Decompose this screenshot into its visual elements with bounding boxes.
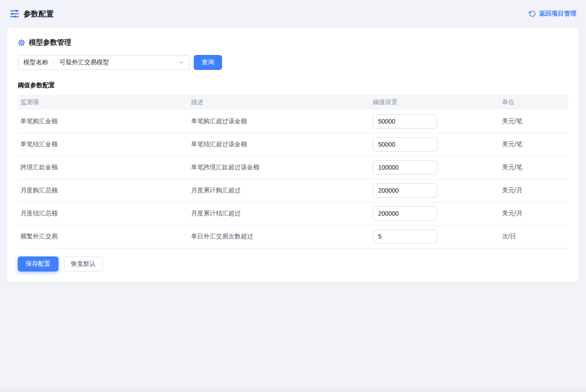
- threshold-cell: [370, 110, 500, 133]
- query-row: 模型名称 可疑外汇交易模型 查询: [18, 55, 568, 70]
- card-title-row: 模型参数管理: [18, 37, 568, 48]
- select-selected-value: 可疑外汇交易模型: [54, 58, 178, 66]
- select-prefix-label: 模型名称: [18, 58, 54, 66]
- model-params-card: 模型参数管理 模型名称 可疑外汇交易模型 查询 阈值参数配置 监测项 描述: [7, 27, 579, 282]
- unit-cell: 美元/月: [500, 202, 568, 225]
- footer-strip: [0, 388, 586, 392]
- unit-cell: 美元/月: [500, 179, 568, 202]
- threshold-cell: [370, 133, 500, 156]
- description-cell: 单笔跨境汇款超过该金额: [188, 156, 370, 179]
- threshold-table: 监测项 描述 阈值设置 单位 单笔购汇金额 单笔购汇超过该金额 美元/笔 单笔结…: [18, 95, 568, 248]
- monitor-item-cell: 频繁外汇交易: [18, 225, 188, 248]
- monitor-item-cell: 月度购汇总额: [18, 179, 188, 202]
- monitor-item-cell: 跨境汇款金额: [18, 156, 188, 179]
- monitor-item-cell: 月度结汇总额: [18, 202, 188, 225]
- chevron-down-icon: [178, 59, 184, 66]
- table-row: 月度购汇总额 月度累计购汇超过 美元/月: [18, 179, 568, 202]
- header-threshold: 阈值设置: [370, 95, 500, 110]
- table-row: 单笔结汇金额 单笔结汇超过该金额 美元/笔: [18, 133, 568, 156]
- query-button[interactable]: 查询: [194, 55, 222, 70]
- page-title: 参数配置: [23, 9, 54, 19]
- threshold-input[interactable]: [373, 229, 437, 244]
- monitor-item-cell: 单笔购汇金额: [18, 110, 188, 133]
- description-cell: 单日外汇交易次数超过: [188, 225, 370, 248]
- restore-default-button[interactable]: 恢复默认: [64, 256, 103, 272]
- page: 参数配置 返回项目管理: [0, 0, 586, 392]
- threshold-input[interactable]: [373, 206, 437, 221]
- threshold-cell: [370, 225, 500, 248]
- page-header: 参数配置 返回项目管理: [0, 0, 586, 27]
- threshold-cell: [370, 179, 500, 202]
- table-header: 监测项 描述 阈值设置 单位: [18, 95, 568, 110]
- threshold-input[interactable]: [373, 137, 437, 151]
- unit-cell: 次/日: [500, 225, 568, 248]
- back-to-projects-link[interactable]: 返回项目管理: [529, 10, 576, 18]
- table-row: 跨境汇款金额 单笔跨境汇款超过该金额 美元/笔: [18, 156, 568, 179]
- model-name-select[interactable]: 模型名称 可疑外汇交易模型: [18, 55, 189, 70]
- back-link-label: 返回项目管理: [539, 10, 576, 18]
- gear-icon: [18, 39, 25, 47]
- monitor-item-cell: 单笔结汇金额: [18, 133, 188, 156]
- threshold-input[interactable]: [373, 114, 437, 128]
- description-cell: 月度累计购汇超过: [188, 179, 370, 202]
- threshold-input[interactable]: [373, 160, 437, 175]
- unit-cell: 美元/笔: [500, 110, 568, 133]
- description-cell: 月度累计结汇超过: [188, 202, 370, 225]
- threshold-cell: [370, 156, 500, 179]
- description-cell: 单笔购汇超过该金额: [188, 110, 370, 133]
- unit-cell: 美元/笔: [500, 133, 568, 156]
- description-cell: 单笔结汇超过该金额: [188, 133, 370, 156]
- threshold-cell: [370, 202, 500, 225]
- unit-cell: 美元/笔: [500, 156, 568, 179]
- table-row: 月度结汇总额 月度累计结汇超过 美元/月: [18, 202, 568, 225]
- table-row: 频繁外汇交易 单日外汇交易次数超过 次/日: [18, 225, 568, 248]
- header-unit: 单位: [500, 95, 568, 110]
- threshold-input[interactable]: [373, 183, 437, 198]
- save-config-button[interactable]: 保存配置: [18, 256, 59, 272]
- page-title-group: 参数配置: [10, 9, 54, 19]
- header-monitor-item: 监测项: [18, 95, 188, 110]
- undo-arrow-icon: [529, 10, 536, 17]
- section-title: 阈值参数配置: [18, 82, 568, 89]
- actions-row: 保存配置 恢复默认: [18, 256, 568, 272]
- header-description: 描述: [188, 95, 370, 110]
- sliders-icon: [10, 9, 20, 19]
- card-title: 模型参数管理: [29, 38, 71, 47]
- table-row: 单笔购汇金额 单笔购汇超过该金额 美元/笔: [18, 110, 568, 133]
